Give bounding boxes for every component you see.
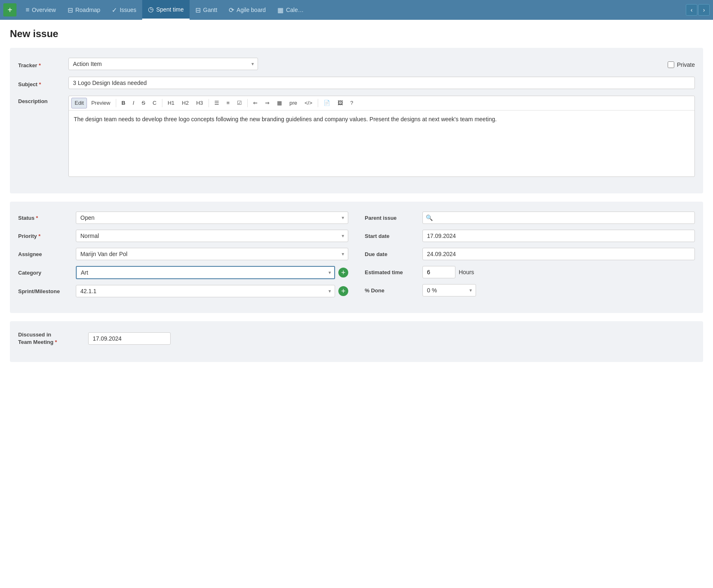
description-content[interactable]: The design team needs to develop three l… bbox=[69, 111, 694, 176]
toolbar-table[interactable]: ▦ bbox=[274, 98, 285, 108]
col-right: Parent issue 🔍 Start date Due date bbox=[365, 212, 695, 303]
sprint-add-button[interactable]: + bbox=[338, 286, 348, 296]
estimated-time-wrap: Hours bbox=[422, 266, 695, 278]
toolbar-sep-2 bbox=[162, 99, 162, 107]
priority-required-star: * bbox=[38, 233, 40, 239]
editor-wrap: Edit Preview B I S C H1 H2 H3 ☰ ≡ bbox=[68, 96, 695, 177]
nav-tab-spent-time[interactable]: ◷ Spent time bbox=[142, 0, 190, 20]
priority-select-wrap: Low Normal High Urgent ▾ bbox=[76, 230, 348, 242]
nav-tab-roadmap-label: Roadmap bbox=[75, 7, 101, 13]
editor-edit-tab[interactable]: Edit bbox=[71, 98, 87, 108]
nav-arrows: ‹ › bbox=[686, 4, 710, 16]
agile-icon: ⟳ bbox=[229, 6, 234, 14]
parent-issue-row: Parent issue 🔍 bbox=[365, 212, 695, 224]
assignee-label: Assignee bbox=[18, 251, 72, 257]
discussed-label: Discussed in Team Meeting * bbox=[18, 331, 84, 346]
category-select[interactable]: Art Design bbox=[76, 266, 335, 279]
due-date-label: Due date bbox=[365, 251, 418, 257]
toolbar-h1[interactable]: H1 bbox=[164, 98, 178, 108]
private-wrap: Private bbox=[668, 60, 695, 68]
tracker-row: Tracker * Action Item Bug Feature Task S… bbox=[18, 58, 695, 70]
sprint-select[interactable]: 42.1.1 bbox=[76, 285, 335, 297]
nav-prev-button[interactable]: ‹ bbox=[686, 4, 697, 16]
start-date-wrap bbox=[422, 230, 695, 242]
toolbar-quote[interactable]: ⇐ bbox=[250, 98, 261, 108]
estimated-time-label: Estimated time bbox=[365, 269, 418, 275]
toolbar-code-block[interactable]: </> bbox=[301, 98, 316, 108]
due-date-wrap bbox=[422, 248, 695, 260]
subject-input[interactable] bbox=[68, 77, 695, 89]
toolbar-italic[interactable]: I bbox=[129, 98, 138, 108]
nav-tab-issues[interactable]: ✓ Issues bbox=[106, 0, 142, 20]
nav-tab-gantt[interactable]: ⊟ Gantt bbox=[190, 0, 223, 20]
due-date-input[interactable] bbox=[422, 248, 695, 260]
toolbar-h3[interactable]: H3 bbox=[193, 98, 206, 108]
category-row: Category Art Design ▾ + bbox=[18, 266, 348, 279]
nav-next-button[interactable]: › bbox=[698, 4, 710, 16]
gantt-icon: ⊟ bbox=[195, 6, 201, 14]
toolbar-h2[interactable]: H2 bbox=[178, 98, 192, 108]
toolbar-image[interactable]: 🖼 bbox=[334, 98, 346, 108]
priority-label: Priority * bbox=[18, 233, 72, 239]
two-col-fields: Status * Open In Progress Resolved Close… bbox=[18, 212, 695, 303]
roadmap-icon: ⊟ bbox=[68, 6, 73, 14]
discussed-date-input[interactable] bbox=[88, 332, 171, 345]
discussed-required-star: * bbox=[55, 339, 57, 345]
toolbar-attachment[interactable]: 📄 bbox=[320, 98, 333, 108]
toolbar-code-inline[interactable]: C bbox=[149, 98, 159, 108]
estimated-time-row: Estimated time Hours bbox=[365, 266, 695, 278]
start-date-label: Start date bbox=[365, 233, 418, 239]
parent-issue-input[interactable] bbox=[422, 212, 695, 224]
subject-row: Subject * bbox=[18, 77, 695, 89]
calendar-icon: ▦ bbox=[277, 6, 284, 14]
priority-select[interactable]: Low Normal High Urgent bbox=[76, 230, 348, 242]
toolbar-ul[interactable]: ☰ bbox=[211, 98, 223, 108]
estimated-time-input[interactable] bbox=[422, 266, 455, 278]
nav-tab-agile-board[interactable]: ⟳ Agile board bbox=[223, 0, 272, 20]
toolbar-sep-4 bbox=[247, 99, 248, 107]
toolbar-ol[interactable]: ≡ bbox=[223, 98, 233, 108]
status-select-wrap: Open In Progress Resolved Closed ▾ bbox=[76, 212, 348, 224]
subject-required-star: * bbox=[39, 81, 41, 87]
description-wrap: Edit Preview B I S C H1 H2 H3 ☰ ≡ bbox=[68, 96, 695, 177]
toolbar-help[interactable]: ? bbox=[347, 98, 356, 108]
section-main: Tracker * Action Item Bug Feature Task S… bbox=[10, 48, 703, 193]
spent-time-icon: ◷ bbox=[148, 5, 154, 13]
sprint-row: Sprint/Milestone 42.1.1 ▾ + bbox=[18, 285, 348, 297]
category-add-button[interactable]: + bbox=[338, 268, 348, 278]
category-label: Category bbox=[18, 270, 72, 276]
discussed-date-wrap bbox=[88, 332, 171, 345]
tracker-required-star: * bbox=[39, 62, 41, 68]
col-left: Status * Open In Progress Resolved Close… bbox=[18, 212, 348, 303]
tracker-select[interactable]: Action Item Bug Feature Task Support bbox=[68, 58, 258, 70]
toolbar-pre[interactable]: pre bbox=[286, 98, 300, 108]
toolbar-sep-5 bbox=[318, 99, 318, 107]
private-label: Private bbox=[677, 61, 695, 68]
toolbar-checklist[interactable]: ☑ bbox=[234, 98, 245, 108]
search-icon: 🔍 bbox=[426, 214, 433, 221]
status-label: Status * bbox=[18, 215, 72, 221]
description-label: Description bbox=[18, 96, 63, 104]
toolbar-bold[interactable]: B bbox=[118, 98, 129, 108]
start-date-input[interactable] bbox=[422, 230, 695, 242]
status-required-star: * bbox=[36, 215, 38, 221]
toolbar-indent[interactable]: ⇒ bbox=[262, 98, 273, 108]
description-row: Description Edit Preview B I S C H1 H2 bbox=[18, 96, 695, 177]
status-select[interactable]: Open In Progress Resolved Closed bbox=[76, 212, 348, 224]
sprint-label: Sprint/Milestone bbox=[18, 288, 72, 294]
assignee-select[interactable]: Marijn Van der Pol bbox=[76, 248, 348, 260]
add-button[interactable]: + bbox=[3, 3, 16, 16]
sprint-with-plus: 42.1.1 ▾ + bbox=[76, 285, 348, 297]
percent-done-label: % Done bbox=[365, 287, 418, 294]
editor-preview-tab[interactable]: Preview bbox=[88, 98, 113, 108]
nav-tab-issues-label: Issues bbox=[120, 7, 136, 13]
percent-done-select[interactable]: 0 % 10 % 20 % 50 % 100 % bbox=[422, 284, 476, 296]
toolbar-strikethrough[interactable]: S bbox=[138, 98, 149, 108]
private-checkbox[interactable] bbox=[668, 61, 674, 68]
priority-row: Priority * Low Normal High Urgent ▾ bbox=[18, 230, 348, 242]
nav-tab-roadmap[interactable]: ⊟ Roadmap bbox=[62, 0, 106, 20]
status-row: Status * Open In Progress Resolved Close… bbox=[18, 212, 348, 224]
toolbar-sep-1 bbox=[116, 99, 116, 107]
nav-tab-calendar[interactable]: ▦ Cale… bbox=[272, 0, 310, 20]
nav-tab-overview[interactable]: ≡ Overview bbox=[20, 0, 62, 20]
